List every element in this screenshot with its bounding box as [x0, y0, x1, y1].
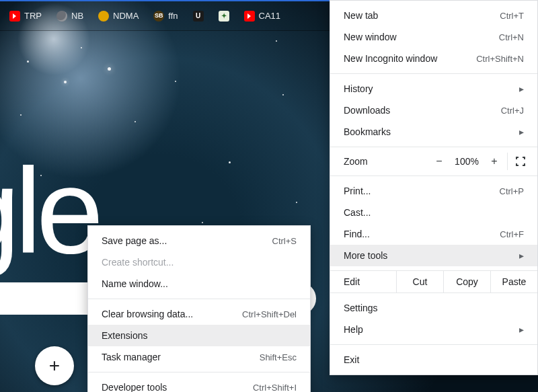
- background-logo-fragment: gle: [0, 141, 98, 280]
- menu-item-shortcut: Ctrl+Shift+I: [253, 383, 297, 393]
- menu-help[interactable]: Help▸: [330, 319, 537, 340]
- menu-item-label: Print...: [344, 186, 371, 196]
- menu-bookmarks[interactable]: Bookmarks▸: [330, 121, 537, 143]
- menu-item-label: Bookmarks: [344, 126, 391, 137]
- menu-item-label: Name window...: [102, 278, 168, 289]
- bookmark-ffn[interactable]: SBffn: [148, 8, 183, 24]
- bookmark-trp[interactable]: TRP: [4, 8, 47, 24]
- menu-item-shortcut: Ctrl+N: [499, 32, 524, 42]
- badge-icon: [98, 11, 109, 22]
- menu-item-shortcut: Ctrl+F: [500, 229, 524, 239]
- menu-item-label: Find...: [344, 229, 370, 239]
- bookmark-label: NDMA: [113, 11, 139, 20]
- green-icon: ✦: [219, 11, 229, 22]
- zoom-value: 100%: [451, 156, 483, 167]
- menu-zoom-row: Zoom − 100% +: [330, 147, 537, 176]
- menu-item-shortcut: Ctrl+P: [500, 186, 524, 196]
- submenu-task-manager[interactable]: Task managerShift+Esc: [88, 346, 310, 368]
- menu-print[interactable]: Print...Ctrl+P: [330, 180, 537, 202]
- bookmark-ca11[interactable]: CA11: [239, 8, 286, 24]
- bookmark-ndma[interactable]: NDMA: [93, 8, 144, 24]
- letter-u-icon: U: [193, 11, 204, 22]
- youtube-icon: [244, 11, 255, 22]
- menu-item-label: History: [344, 83, 373, 94]
- menu-item-label: Extensions: [102, 330, 147, 341]
- menu-history[interactable]: History▸: [330, 78, 537, 100]
- sb-icon: SB: [153, 11, 164, 22]
- fullscreen-button[interactable]: [509, 150, 532, 173]
- bookmark-nb[interactable]: NB: [51, 8, 89, 24]
- more-tools-submenu: Save page as...Ctrl+S Create shortcut...…: [87, 225, 311, 392]
- menu-find[interactable]: Find...Ctrl+F: [330, 223, 537, 245]
- bookmark-label: TRP: [24, 11, 42, 20]
- bookmark-label: CA11: [259, 11, 281, 20]
- menu-item-label: Developer tools: [102, 382, 167, 392]
- menu-new-tab[interactable]: New tabCtrl+T: [330, 5, 537, 26]
- menu-cast[interactable]: Cast...: [330, 202, 537, 223]
- plus-icon: +: [49, 355, 60, 377]
- chevron-right-icon: ▸: [517, 250, 524, 261]
- fullscreen-icon: [515, 156, 526, 167]
- menu-new-window[interactable]: New windowCtrl+N: [330, 26, 537, 48]
- menu-item-label: New tab: [344, 10, 378, 21]
- menu-item-label: Settings: [344, 303, 378, 313]
- zoom-in-button[interactable]: +: [483, 150, 506, 173]
- menu-item-label: More tools: [344, 250, 387, 261]
- submenu-clear-browsing-data[interactable]: Clear browsing data...Ctrl+Shift+Del: [88, 303, 310, 325]
- menu-item-shortcut: Ctrl+J: [501, 106, 524, 116]
- bookmark-label: NB: [71, 11, 83, 20]
- chevron-right-icon: ▸: [517, 83, 524, 94]
- chrome-main-menu: New tabCtrl+T New windowCtrl+N New Incog…: [330, 0, 538, 375]
- menu-item-shortcut: Ctrl+Shift+N: [476, 54, 524, 64]
- bookmark-label: ffn: [168, 11, 178, 20]
- menu-item-label: Clear browsing data...: [102, 309, 193, 319]
- menu-item-label: Save page as...: [102, 235, 167, 246]
- zoom-out-button[interactable]: −: [428, 150, 451, 173]
- menu-item-label: Create shortcut...: [102, 257, 174, 268]
- menu-item-shortcut: Shift+Esc: [260, 352, 297, 362]
- edit-copy-button[interactable]: Copy: [443, 271, 490, 292]
- zoom-label: Zoom: [344, 156, 428, 167]
- edit-cut-button[interactable]: Cut: [396, 271, 443, 292]
- menu-item-label: Downloads: [344, 105, 390, 116]
- menu-item-label: Task manager: [102, 352, 161, 362]
- menu-new-incognito[interactable]: New Incognito windowCtrl+Shift+N: [330, 48, 537, 69]
- menu-exit[interactable]: Exit: [330, 349, 537, 370]
- chevron-right-icon: ▸: [517, 126, 524, 137]
- menu-item-label: Exit: [344, 354, 359, 365]
- menu-more-tools[interactable]: More tools▸: [330, 245, 537, 266]
- submenu-developer-tools[interactable]: Developer toolsCtrl+Shift+I: [88, 377, 310, 392]
- bookmark-green[interactable]: ✦: [213, 8, 235, 24]
- menu-item-label: New Incognito window: [344, 53, 437, 64]
- menu-item-shortcut: Ctrl+T: [500, 11, 524, 21]
- submenu-name-window[interactable]: Name window...: [88, 273, 310, 295]
- divider: [507, 153, 508, 170]
- menu-item-shortcut: Ctrl+S: [272, 236, 297, 246]
- menu-item-shortcut: Ctrl+Shift+Del: [242, 309, 297, 319]
- add-shortcut-button[interactable]: +: [35, 346, 74, 385]
- submenu-save-page[interactable]: Save page as...Ctrl+S: [88, 230, 310, 251]
- menu-settings[interactable]: Settings: [330, 297, 537, 319]
- menu-item-label: Help: [344, 324, 363, 335]
- menu-item-label: New window: [344, 32, 397, 42]
- youtube-icon: [9, 11, 20, 22]
- submenu-extensions[interactable]: Extensions: [88, 325, 310, 346]
- menu-edit-row: Edit Cut Copy Paste: [330, 271, 537, 293]
- menu-downloads[interactable]: DownloadsCtrl+J: [330, 100, 537, 121]
- submenu-create-shortcut: Create shortcut...: [88, 251, 310, 273]
- edit-label: Edit: [330, 271, 396, 292]
- menu-item-label: Cast...: [344, 207, 371, 218]
- edit-paste-button[interactable]: Paste: [490, 271, 537, 292]
- globe-icon: [56, 11, 67, 22]
- chevron-right-icon: ▸: [517, 324, 524, 335]
- bookmark-u[interactable]: U: [188, 8, 209, 24]
